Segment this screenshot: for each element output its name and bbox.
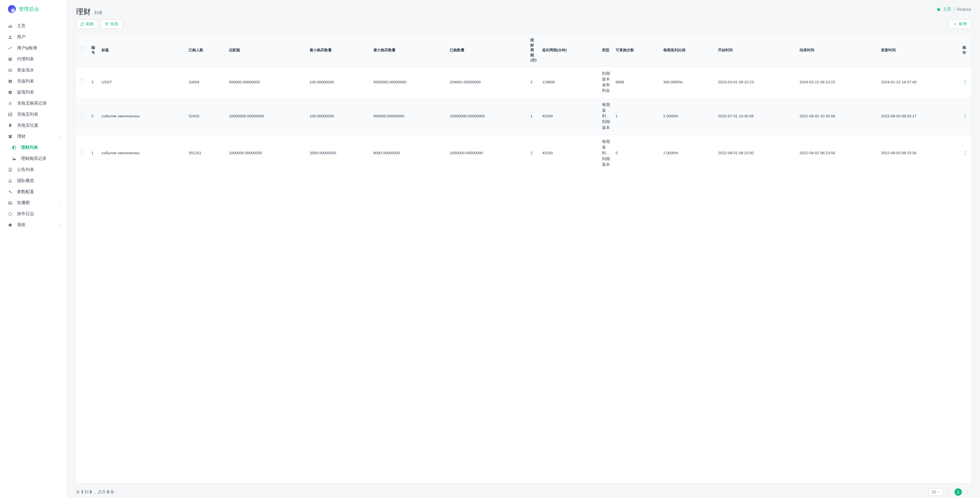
col-header-15: 操作: [959, 34, 971, 67]
table-row: 3USDT10004500000.00000000100.00000000500…: [76, 67, 971, 98]
table-footer: 从 1 到 3 ， 总共 3 条 20 1: [67, 483, 980, 498]
col-header-13: 结束时间: [797, 34, 878, 67]
svg-rect-1: [10, 25, 11, 28]
cell-end: 2022-08-02 10:30:58: [797, 98, 878, 135]
svg-rect-6: [8, 60, 12, 61]
cell-start: 2022-08-01 08:23:50: [715, 135, 797, 171]
svg-point-26: [9, 191, 10, 192]
select-all-checkbox[interactable]: [80, 48, 84, 52]
cell-id: 3: [89, 67, 99, 98]
svg-rect-19: [8, 135, 12, 136]
row-checkbox[interactable]: [80, 79, 84, 84]
col-header-9: 类型: [599, 34, 613, 67]
image-icon: [8, 201, 13, 205]
sidebar-item-10[interactable]: 理财: [0, 131, 67, 142]
sidebar-item-1[interactable]: 用户: [0, 32, 67, 43]
svg-point-8: [10, 70, 11, 71]
svg-point-18: [10, 124, 11, 125]
pagination: 20 1: [928, 488, 971, 496]
archive-icon: [8, 134, 13, 139]
gear-icon: [8, 223, 13, 227]
sidebar-item-0[interactable]: 主页: [0, 21, 67, 32]
cell-rebate_cycle: 43200: [539, 98, 599, 135]
pin-icon: [8, 123, 13, 128]
col-header-8: 返利周期(分钟): [539, 34, 599, 67]
col-header-0: 编号: [89, 34, 99, 67]
sidebar-item-8[interactable]: 充电宝列表: [0, 109, 67, 120]
tub-icon: [12, 157, 16, 161]
page-current[interactable]: 1: [955, 488, 962, 496]
cell-start: 2022-07-01 10:30:58: [715, 98, 797, 135]
add-label: 新增: [959, 22, 967, 27]
sidebar-item-label: 参数配置: [17, 189, 62, 194]
ip-icon: [8, 46, 13, 51]
cell-id: 1: [89, 135, 99, 171]
col-header-3: 总配额: [226, 34, 307, 67]
sidebar-item-18[interactable]: 系统: [0, 219, 67, 230]
add-button[interactable]: 新增: [949, 19, 971, 29]
sidebar-item-3[interactable]: 代理列表: [0, 54, 67, 65]
sidebar-item-label: 系统: [17, 222, 54, 228]
sidebar-item-label: 理财: [17, 134, 54, 139]
sidebar-item-label: 代理列表: [17, 56, 62, 62]
sidebar-item-7[interactable]: 充电宝购买记录: [0, 98, 67, 109]
sidebar-item-label: 团队概览: [17, 178, 62, 183]
sidebar-item-9[interactable]: 充电宝位置: [0, 120, 67, 131]
cell-min: 100.00000000: [307, 67, 371, 98]
col-header-10: 可复购次数: [613, 34, 660, 67]
cell-buyers: 52410: [186, 98, 226, 135]
sidebar-item-4[interactable]: 资金流水: [0, 65, 67, 76]
sidebar-item-15[interactable]: 参数配置: [0, 186, 67, 197]
breadcrumb-home[interactable]: 主页: [943, 7, 951, 12]
footer-summary: 从 1 到 3 ， 总共 3 条: [76, 490, 114, 495]
row-checkbox[interactable]: [80, 150, 84, 154]
breadcrumb-sep: /: [953, 7, 955, 12]
row-actions-button[interactable]: ⋮: [963, 80, 967, 84]
svg-point-3: [10, 35, 11, 37]
sidebar-item-2[interactable]: 用户ip检测: [0, 43, 67, 54]
brand: 管理后台: [0, 0, 67, 18]
svg-point-27: [11, 192, 12, 193]
page-next[interactable]: [964, 488, 971, 495]
sidebar-item-17[interactable]: 操作日志: [0, 208, 67, 219]
brand-text: 管理后台: [19, 6, 39, 13]
cell-type: 到期返本金和利息: [599, 67, 613, 98]
filter-label: 筛选: [110, 22, 118, 27]
row-actions-button[interactable]: ⋮: [963, 151, 967, 155]
doc-icon: [8, 168, 13, 172]
cell-quota: 500000.00000000: [226, 67, 307, 98]
cell-ratio: 300.0000%: [660, 67, 716, 98]
row-checkbox[interactable]: [80, 113, 84, 117]
cell-buyers: 10004: [186, 67, 226, 98]
svg-rect-2: [11, 25, 12, 28]
row-actions-button[interactable]: ⋮: [963, 114, 967, 119]
svg-text:A: A: [10, 80, 11, 82]
cell-rebate_cycle: 43200: [539, 135, 599, 171]
col-header-7: 理财周期(次): [527, 34, 539, 67]
sidebar-item-label: 理财购买记录: [21, 156, 62, 161]
cell-id: 2: [89, 98, 99, 135]
page-prev[interactable]: [945, 488, 952, 495]
list-icon: [8, 57, 13, 62]
sidebar-item-14[interactable]: 团队概览: [0, 175, 67, 186]
sidebar-item-5[interactable]: A充值列表: [0, 76, 67, 87]
svg-point-30: [9, 212, 12, 216]
page-size-select[interactable]: 20: [928, 488, 943, 496]
sidebar-item-16[interactable]: 轮播图: [0, 197, 67, 208]
chart-bar-icon: [8, 24, 13, 29]
cell-cycle: 1: [527, 98, 539, 135]
cell-max: 500000.00000000: [371, 98, 447, 135]
refresh-button[interactable]: 刷新: [76, 19, 98, 29]
sidebar-item-11[interactable]: 理财列表: [0, 142, 67, 153]
sidebar-item-label: 充电宝购买记录: [17, 101, 62, 106]
refresh-icon: [80, 22, 84, 26]
sidebar-item-label: 充值列表: [17, 79, 62, 84]
cell-end: 2024-02-22 08:10:23: [797, 67, 878, 98]
filter-button[interactable]: 筛选: [100, 19, 123, 29]
sidebar-item-12[interactable]: 理财购买记录: [0, 153, 67, 164]
sidebar-item-13[interactable]: 公告列表: [0, 164, 67, 175]
cell-purchased: 10000000.00000000: [447, 98, 527, 135]
sidebar: 管理后台 主页用户用户ip检测代理列表资金流水A充值列表提现列表充电宝购买记录充…: [0, 0, 67, 498]
cell-updated: 2024-01-22 19:37:40: [878, 67, 959, 98]
sidebar-item-6[interactable]: 提现列表: [0, 87, 67, 98]
